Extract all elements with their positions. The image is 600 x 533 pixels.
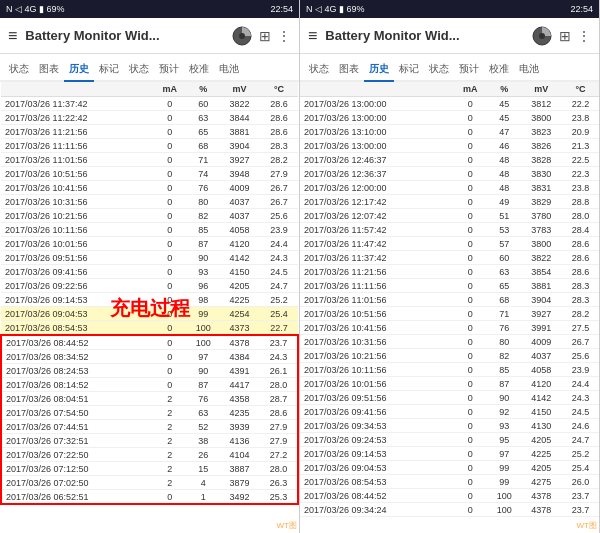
cell-pct: 45 (488, 111, 521, 125)
cell-mv: 4384 (219, 350, 260, 364)
cell-ma: 0 (452, 167, 487, 181)
cell-ma: 0 (452, 195, 487, 209)
cell-ma: 0 (452, 209, 487, 223)
cell-pct: 97 (488, 447, 521, 461)
cell-mv: 4037 (219, 209, 260, 223)
cell-date: 2017/03/26 08:34:52 (1, 350, 152, 364)
cell-temp: 24.4 (260, 237, 298, 251)
hamburger-icon-left[interactable]: ≡ (8, 27, 17, 45)
table-row: 2017/03/26 09:24:53 0 95 4205 24.7 (300, 433, 599, 447)
tab-标记-right[interactable]: 标记 (394, 58, 424, 82)
grid-icon-left[interactable]: ⊞ (259, 28, 271, 44)
tab-历史-left[interactable]: 历史 (64, 58, 94, 82)
nav-tabs-right: 状态 图表 历史 标记 状态 预计 校准 电池 (300, 54, 599, 82)
cell-date: 2017/03/26 09:22:56 (1, 279, 152, 293)
cell-date: 2017/03/26 08:14:52 (1, 378, 152, 392)
status-left-right: N ◁ 4G ▮ 69% (306, 4, 365, 14)
cell-pct: 93 (187, 265, 219, 279)
hamburger-icon-right[interactable]: ≡ (308, 27, 317, 45)
tab-状态2-left[interactable]: 状态 (124, 58, 154, 82)
tab-图表-right[interactable]: 图表 (334, 58, 364, 82)
tab-预计-left[interactable]: 预计 (154, 58, 184, 82)
cell-pct: 99 (187, 307, 219, 321)
table-row: 2017/03/26 09:14:53 0 98 4225 25.2 (1, 293, 298, 307)
cell-date: 2017/03/26 09:41:56 (1, 265, 152, 279)
more-icon-left[interactable]: ⋮ (277, 28, 291, 44)
cell-ma: 0 (452, 475, 487, 489)
cell-ma: 0 (452, 419, 487, 433)
tab-图表-left[interactable]: 图表 (34, 58, 64, 82)
cell-temp: 28.3 (260, 139, 298, 153)
cell-temp: 24.5 (260, 265, 298, 279)
tab-状态2-right[interactable]: 状态 (424, 58, 454, 82)
cell-pct: 45 (488, 97, 521, 111)
cell-pct: 96 (187, 279, 219, 293)
cell-temp: 24.4 (562, 377, 599, 391)
cell-date: 2017/03/26 11:11:56 (300, 279, 452, 293)
cell-mv: 3830 (521, 167, 562, 181)
cell-mv: 3991 (521, 321, 562, 335)
cell-pct: 65 (187, 125, 219, 139)
cell-pct: 53 (488, 223, 521, 237)
cell-ma: 0 (452, 321, 487, 335)
table-row: 2017/03/26 08:24:53 0 90 4391 26.1 (1, 364, 298, 378)
grid-icon-right[interactable]: ⊞ (559, 28, 571, 44)
svg-point-3 (539, 33, 545, 39)
table-row: 2017/03/26 10:41:56 0 76 4009 26.7 (1, 181, 298, 195)
cell-pct: 87 (187, 237, 219, 251)
cell-date: 2017/03/26 08:44:52 (1, 335, 152, 350)
cell-ma: 0 (452, 223, 487, 237)
cell-ma: 0 (152, 209, 187, 223)
cell-ma: 0 (152, 364, 187, 378)
cell-temp: 28.4 (562, 223, 599, 237)
cell-date: 2017/03/26 07:02:50 (1, 476, 152, 490)
table-row: 2017/03/26 09:41:56 0 92 4150 24.5 (300, 405, 599, 419)
tab-预计-right[interactable]: 预计 (454, 58, 484, 82)
cell-ma: 2 (152, 462, 187, 476)
tab-状态-right[interactable]: 状态 (304, 58, 334, 82)
cell-pct: 63 (187, 406, 219, 420)
cell-date: 2017/03/26 10:21:56 (1, 209, 152, 223)
cell-temp: 22.3 (562, 167, 599, 181)
header-icons-left: ⊞ ⋮ (231, 25, 291, 47)
tab-校准-right[interactable]: 校准 (484, 58, 514, 82)
table-row: 2017/03/26 10:01:56 0 87 4120 24.4 (1, 237, 298, 251)
table-area-left: mA % mV °C 2017/03/26 11:37:42 0 60 3822… (0, 82, 299, 533)
cell-pct: 63 (488, 265, 521, 279)
table-row: 2017/03/26 07:32:51 2 38 4136 27.9 (1, 434, 298, 448)
table-row: 2017/03/26 11:01:56 0 68 3904 28.3 (300, 293, 599, 307)
more-icon-right[interactable]: ⋮ (577, 28, 591, 44)
tab-状态-left[interactable]: 状态 (4, 58, 34, 82)
table-row: 2017/03/26 11:21:56 0 63 3854 28.6 (300, 265, 599, 279)
tab-标记-left[interactable]: 标记 (94, 58, 124, 82)
cell-temp: 23.7 (562, 503, 599, 517)
cell-pct: 4 (187, 476, 219, 490)
tab-电池-left[interactable]: 电池 (214, 58, 244, 82)
cell-temp: 26.7 (562, 335, 599, 349)
nav-tabs-left: 状态 图表 历史 标记 状态 预计 校准 电池 (0, 54, 299, 82)
cell-ma: 0 (152, 195, 187, 209)
cell-ma: 0 (452, 503, 487, 517)
tab-电池-right[interactable]: 电池 (514, 58, 544, 82)
tab-历史-right[interactable]: 历史 (364, 58, 394, 82)
cell-mv: 3800 (521, 237, 562, 251)
cell-pct: 90 (187, 364, 219, 378)
cell-mv: 3904 (219, 139, 260, 153)
cell-mv: 3927 (219, 153, 260, 167)
cell-ma: 0 (152, 223, 187, 237)
cell-date: 2017/03/26 11:11:56 (1, 139, 152, 153)
cell-date: 2017/03/26 09:14:53 (300, 447, 452, 461)
tab-校准-left[interactable]: 校准 (184, 58, 214, 82)
table-row: 2017/03/26 09:04:53 0 99 4205 25.4 (300, 461, 599, 475)
cell-mv: 3800 (521, 111, 562, 125)
cell-temp: 26.3 (260, 476, 298, 490)
cell-mv: 3783 (521, 223, 562, 237)
cell-ma: 0 (152, 279, 187, 293)
cell-ma: 0 (152, 111, 187, 125)
cell-pct: 60 (187, 97, 219, 111)
cell-pct: 99 (488, 461, 521, 475)
cell-pct: 76 (187, 181, 219, 195)
cell-date: 2017/03/26 06:52:51 (1, 490, 152, 505)
cell-date: 2017/03/26 11:22:42 (1, 111, 152, 125)
cell-temp: 28.7 (260, 392, 298, 406)
